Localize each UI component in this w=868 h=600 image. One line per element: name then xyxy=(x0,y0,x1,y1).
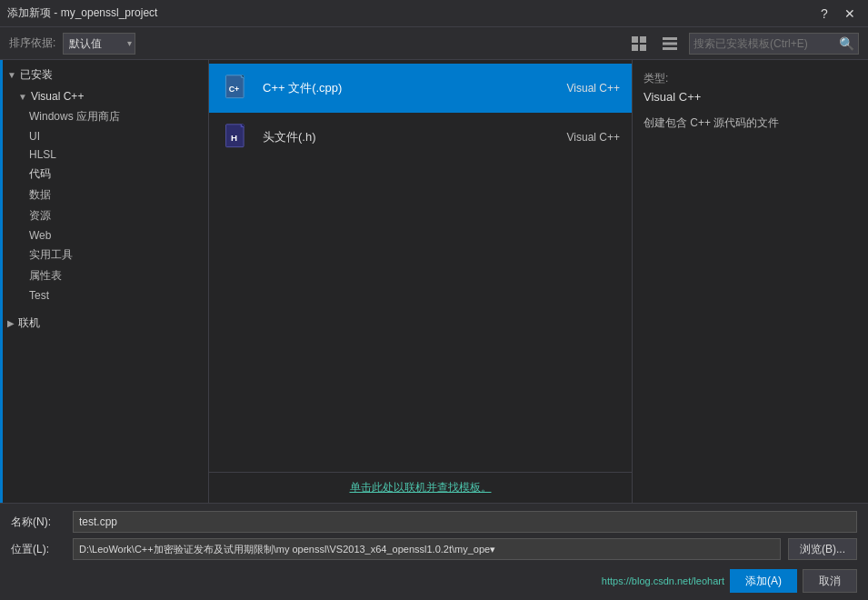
bottom-bar: 名称(N): 位置(L): 浏览(B)... https://blog.csdn… xyxy=(0,503,868,600)
location-row: 位置(L): 浏览(B)... xyxy=(11,538,857,560)
name-row: 名称(N): xyxy=(11,511,857,533)
vcpp-arrow: ▼ xyxy=(18,92,27,102)
dialog-title: 添加新项 - my_openssl_project xyxy=(7,5,157,21)
help-button[interactable]: ? xyxy=(813,5,835,23)
sidebar-item-resources[interactable]: 资源 xyxy=(0,205,208,226)
name-label: 名称(N): xyxy=(11,515,65,530)
template-item-header[interactable]: H 头文件(.h) Visual C++ xyxy=(209,113,632,162)
sort-label: 排序依据: xyxy=(9,35,55,51)
svg-rect-1 xyxy=(640,36,646,43)
search-button[interactable]: 🔍 xyxy=(839,36,854,51)
location-label: 位置(L): xyxy=(11,542,65,557)
sidebar-item-label: UI xyxy=(29,130,40,143)
sidebar-item-label: 实用工具 xyxy=(29,248,73,261)
cpp-template-info: C++ 文件(.cpp) Visual C++ xyxy=(263,80,620,96)
location-input[interactable] xyxy=(73,538,781,560)
cpp-template-name: C++ 文件(.cpp) xyxy=(263,80,342,96)
sidebar-item-label: 数据 xyxy=(29,188,51,201)
svg-rect-6 xyxy=(663,47,677,50)
template-list: C+ C++ 文件(.cpp) Visual C++ xyxy=(209,60,632,472)
svg-rect-0 xyxy=(632,36,638,43)
sidebar-item-ui[interactable]: UI xyxy=(0,127,208,145)
browse-button[interactable]: 浏览(B)... xyxy=(788,538,857,560)
sidebar-item-data[interactable]: 数据 xyxy=(0,185,208,205)
close-button[interactable]: ✕ xyxy=(839,5,861,23)
svg-text:H: H xyxy=(231,133,237,143)
cancel-button[interactable]: 取消 xyxy=(803,569,857,593)
sidebar-item-property-sheets[interactable]: 属性表 xyxy=(0,265,208,286)
svg-rect-4 xyxy=(663,37,677,40)
h-template-type: Visual C++ xyxy=(567,131,620,144)
h-template-info: 头文件(.h) Visual C++ xyxy=(263,129,620,145)
vcpp-label: Visual C++ xyxy=(31,90,84,103)
url-text: https://blog.csdn.net/leohart xyxy=(11,575,724,586)
toolbar: 排序依据: 默认值 ▾ 🔍 xyxy=(0,27,868,60)
sort-select[interactable]: 默认值 xyxy=(63,33,135,55)
sidebar-item-web[interactable]: Web xyxy=(0,226,208,245)
sidebar-item-hlsl[interactable]: HLSL xyxy=(0,145,208,164)
sidebar-item-utilities[interactable]: 实用工具 xyxy=(0,245,208,265)
type-value: Visual C++ xyxy=(644,90,857,104)
online-label: 联机 xyxy=(18,315,40,331)
title-controls: ? ✕ xyxy=(813,5,861,23)
sidebar-item-windows-store[interactable]: Windows 应用商店 xyxy=(0,106,208,127)
cpp-file-icon: C+ xyxy=(221,72,254,105)
dialog-body: 排序依据: 默认值 ▾ 🔍 xyxy=(0,27,868,600)
sidebar-item-label: Windows 应用商店 xyxy=(29,110,120,123)
svg-rect-2 xyxy=(632,45,638,51)
h-template-name: 头文件(.h) xyxy=(263,129,316,145)
sidebar-item-label: 属性表 xyxy=(29,269,62,282)
installed-arrow: ▼ xyxy=(7,70,16,80)
sidebar-item-test[interactable]: Test xyxy=(0,286,208,305)
online-templates-link[interactable]: 单击此处以联机并查找模板。 xyxy=(350,481,492,494)
name-input[interactable] xyxy=(73,511,857,533)
installed-label: 已安装 xyxy=(20,67,53,83)
type-label: 类型: xyxy=(644,71,857,86)
type-description: 创建包含 C++ 源代码的文件 xyxy=(644,115,857,132)
svg-rect-5 xyxy=(663,42,677,45)
cpp-template-type: Visual C++ xyxy=(567,82,620,95)
search-input[interactable] xyxy=(693,37,839,50)
sidebar-online-section[interactable]: ▶ 联机 xyxy=(0,312,208,335)
h-file-icon: H xyxy=(221,121,254,154)
grid-view-button[interactable] xyxy=(627,34,651,54)
svg-rect-3 xyxy=(640,45,646,51)
sidebar: ▼ 已安装 ▼ Visual C++ Windows 应用商店 UI HLSL … xyxy=(0,60,209,503)
title-bar: 添加新项 - my_openssl_project ? ✕ xyxy=(0,0,868,27)
online-link-bar: 单击此处以联机并查找模板。 xyxy=(209,472,632,503)
search-box: 🔍 xyxy=(689,33,859,55)
sidebar-installed-section[interactable]: ▼ 已安装 xyxy=(0,64,208,86)
sidebar-item-label: Test xyxy=(29,289,49,302)
online-arrow: ▶ xyxy=(7,318,15,328)
sidebar-item-label: Web xyxy=(29,229,51,242)
sidebar-item-label: 资源 xyxy=(29,209,51,222)
right-panel: 类型: Visual C++ 创建包含 C++ 源代码的文件 xyxy=(632,60,868,503)
add-button[interactable]: 添加(A) xyxy=(730,569,797,593)
sidebar-item-label: HLSL xyxy=(29,148,56,161)
sidebar-item-label: 代码 xyxy=(29,167,51,180)
action-row: https://blog.csdn.net/leohart 添加(A) 取消 xyxy=(11,569,857,593)
content-area: ▼ 已安装 ▼ Visual C++ Windows 应用商店 UI HLSL … xyxy=(0,60,868,503)
sidebar-vcpp-section[interactable]: ▼ Visual C++ xyxy=(0,86,208,106)
list-view-button[interactable] xyxy=(658,34,682,54)
svg-text:C+: C+ xyxy=(229,85,240,94)
template-item-cpp[interactable]: C+ C++ 文件(.cpp) Visual C++ xyxy=(209,64,632,113)
sort-select-wrapper: 默认值 ▾ xyxy=(63,33,135,55)
sidebar-item-code[interactable]: 代码 xyxy=(0,164,208,185)
